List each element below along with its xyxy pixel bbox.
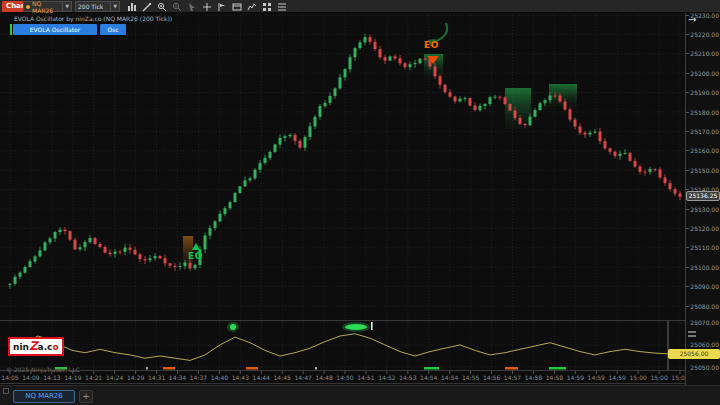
interval-label: 200 Tick bbox=[78, 3, 103, 10]
time-axis-label: 14:37 bbox=[188, 374, 208, 381]
time-axis-label: 14:48 bbox=[314, 374, 334, 381]
price-axis-tick bbox=[686, 228, 689, 229]
time-axis-label: 14:24 bbox=[105, 374, 125, 381]
indicator-status-strip bbox=[10, 24, 12, 35]
oscillator-signal-dots bbox=[227, 322, 373, 332]
price-axis-tick bbox=[686, 209, 689, 210]
oscillator-axis-label: 25060.00 bbox=[690, 341, 719, 348]
price-axis-label: 25190.00 bbox=[690, 89, 719, 96]
price-axis-tick bbox=[686, 286, 689, 287]
oscillator-white-tick bbox=[371, 322, 373, 330]
chart-style-icon[interactable] bbox=[127, 2, 137, 12]
add-tab-button[interactable]: + bbox=[79, 390, 93, 403]
osc-button[interactable]: Osc bbox=[100, 24, 126, 35]
buy-signal-triangle-icon bbox=[192, 243, 200, 250]
price-axis-tick bbox=[686, 189, 689, 190]
osc-axis-glyph bbox=[688, 331, 696, 333]
price-axis-label: 25220.00 bbox=[690, 31, 719, 38]
time-axis-label: 14:31 bbox=[147, 374, 167, 381]
indicators-icon[interactable] bbox=[247, 2, 257, 12]
time-axis-label: 14:54 bbox=[419, 374, 439, 381]
price-axis-tick bbox=[686, 112, 689, 113]
evola-oscillator-button[interactable]: EVOLA Oscillator bbox=[13, 24, 97, 35]
price-axis-tick bbox=[686, 53, 689, 54]
scroll-to-latest-arrow-icon[interactable]: → bbox=[688, 14, 696, 25]
interval-selector[interactable]: 200 Tick ▼ bbox=[75, 1, 120, 12]
gridlines bbox=[0, 15, 685, 370]
time-axis-label: 14:58 bbox=[544, 374, 564, 381]
supply-demand-zones bbox=[183, 54, 577, 267]
chart-toolbar-icons bbox=[127, 1, 287, 12]
price-axis-tick bbox=[686, 150, 689, 151]
time-axis-label: 15:00 bbox=[628, 374, 648, 381]
osc-axis-glyph bbox=[688, 335, 696, 337]
time-axis-label: 14:53 bbox=[398, 374, 418, 381]
buy-signal-label: EO bbox=[188, 251, 203, 261]
price-axis-label: 25150.00 bbox=[690, 167, 719, 174]
drawing-tools-icon[interactable] bbox=[142, 2, 152, 12]
time-axis-label: 14:59 bbox=[565, 374, 585, 381]
time-axis-label: 14:09 bbox=[21, 374, 41, 381]
price-axis-tick bbox=[686, 267, 689, 268]
time-axis-label: 14:21 bbox=[84, 374, 104, 381]
oscillator-axis-label: 25070.00 bbox=[690, 319, 719, 326]
time-axis-label: 14:51 bbox=[356, 374, 376, 381]
time-axis-label: 14:58 bbox=[523, 374, 543, 381]
chart-title: EVOLA Oscillator by ninZa.co (NQ MAR26 (… bbox=[14, 15, 172, 22]
chevron-down-icon[interactable]: ▼ bbox=[110, 2, 117, 11]
instrument-selector[interactable]: NQ MAR26 ▼ bbox=[23, 1, 72, 12]
chevron-down-icon[interactable]: ▼ bbox=[62, 2, 69, 11]
time-axis-label: 14:54 bbox=[440, 374, 460, 381]
time-axis-label: 14:56 bbox=[482, 374, 502, 381]
copyright-text: © 2025 NinjaTrader, LLC bbox=[6, 366, 80, 373]
data-series-icon[interactable] bbox=[277, 2, 287, 12]
time-axis-label: 14:44 bbox=[251, 374, 271, 381]
tab-nq-mar26[interactable]: NQ MAR26 bbox=[13, 390, 75, 403]
price-axis-tick bbox=[686, 92, 689, 93]
instrument-label: NQ MAR26 bbox=[32, 0, 60, 14]
price-axis-tick bbox=[686, 247, 689, 248]
price-axis-label: 25160.00 bbox=[690, 147, 719, 154]
time-axis-label: 14:45 bbox=[272, 374, 292, 381]
bottom-tab-bar: NQ MAR26 + bbox=[0, 385, 720, 405]
time-axis-label: 14:57 bbox=[503, 374, 523, 381]
time-axis-label: 14:13 bbox=[42, 374, 62, 381]
time-axis-label: 14:05 bbox=[0, 374, 20, 381]
price-axis-label: 25110.00 bbox=[690, 244, 719, 251]
chart-canvas[interactable] bbox=[0, 13, 686, 385]
price-axis-label: 25120.00 bbox=[690, 225, 719, 232]
time-axis-label: 14:50 bbox=[335, 374, 355, 381]
time-axis-label: 14:29 bbox=[126, 374, 146, 381]
time-axis-label: 14:59 bbox=[586, 374, 606, 381]
price-axis-tick bbox=[686, 73, 689, 74]
oscillator-line bbox=[8, 334, 684, 361]
time-axis-label: 14:34 bbox=[168, 374, 188, 381]
oscillator-axis-label: 25050.00 bbox=[690, 364, 719, 371]
price-axis-tick bbox=[686, 131, 689, 132]
window-grip-icon bbox=[3, 388, 9, 394]
time-axis-label: 14:55 bbox=[461, 374, 481, 381]
grid-icon[interactable] bbox=[262, 2, 272, 12]
ninza-logo: ninZa.co bbox=[8, 337, 64, 356]
cursor-icon[interactable] bbox=[187, 2, 197, 12]
price-axis-label: 25100.00 bbox=[690, 264, 719, 271]
price-axis-label: 25200.00 bbox=[690, 70, 719, 77]
last-price-label: 25136.25 bbox=[686, 191, 720, 201]
oscillator-value-label: 25056.00 bbox=[668, 349, 720, 359]
price-axis-label: 25210.00 bbox=[690, 50, 719, 57]
time-axis-label: 14:40 bbox=[209, 374, 229, 381]
price-axis-tick bbox=[686, 34, 689, 35]
toolbar: Chart NQ MAR26 ▼ 200 Tick ▼ bbox=[0, 0, 720, 13]
panel-icon[interactable] bbox=[232, 2, 242, 12]
time-axis-label: 14:43 bbox=[230, 374, 250, 381]
zoom-in-icon[interactable] bbox=[157, 2, 167, 12]
time-axis-label: 14:59 bbox=[607, 374, 627, 381]
price-axis[interactable]: → 25136.25 25056.00 25230.0025220.002521… bbox=[685, 13, 720, 385]
time-axis-label: 15:00 bbox=[649, 374, 669, 381]
chart-window: Chart NQ MAR26 ▼ 200 Tick ▼ EVOLA Oscill… bbox=[0, 0, 720, 405]
sell-signal-triangle-icon bbox=[427, 56, 439, 64]
region-icon[interactable] bbox=[217, 2, 227, 12]
zoom-out-icon[interactable] bbox=[172, 2, 182, 12]
price-axis-label: 25170.00 bbox=[690, 128, 719, 135]
crosshair-icon[interactable] bbox=[202, 2, 212, 12]
